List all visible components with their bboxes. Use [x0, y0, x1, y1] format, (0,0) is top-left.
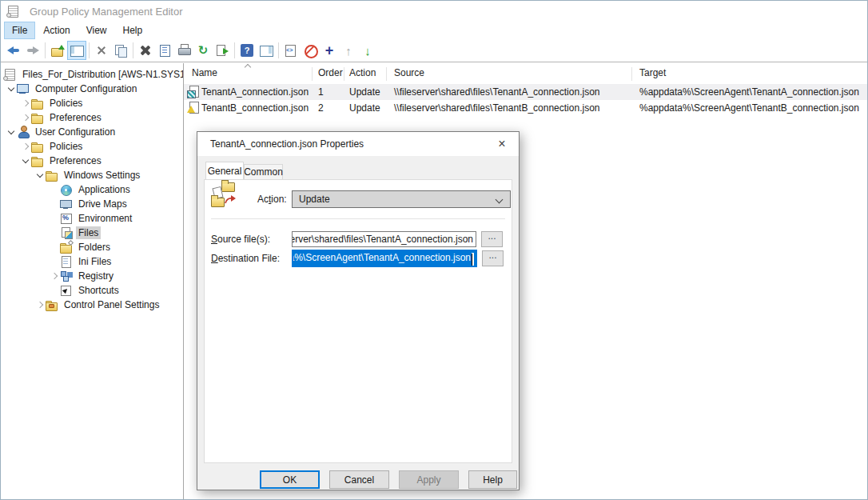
cell-source: \\fileserver\shared\files\TenantB_connec…	[394, 102, 599, 114]
folder-icon	[31, 154, 44, 167]
destination-browse-button[interactable]: ...	[482, 250, 504, 266]
tree-item-shortcuts[interactable]: Shortcuts	[1, 283, 183, 298]
tab-general[interactable]: General	[205, 162, 244, 179]
file-icon	[187, 86, 199, 98]
tree-item-user-configuration[interactable]: User Configuration	[1, 125, 183, 139]
tree-item-computer-configuration[interactable]: Computer Configuration	[1, 82, 183, 96]
destination-file-input[interactable]: ta%\ScreenAgent\TenantA_connection.json	[292, 250, 477, 267]
dialog-title-bar: TenantA_connection.json Properties	[197, 132, 519, 156]
console-tree-icon	[70, 44, 83, 57]
window-title: Group Policy Management Editor	[30, 6, 182, 18]
menu-help[interactable]: Help	[115, 22, 151, 39]
export-list-icon	[216, 44, 229, 57]
cell-order: 2	[318, 102, 324, 114]
block-button[interactable]	[301, 41, 320, 60]
file-icon	[187, 102, 199, 114]
refresh-button[interactable]	[193, 41, 213, 60]
cell-order: 1	[318, 86, 324, 98]
cut-button[interactable]	[92, 41, 111, 60]
forward-button[interactable]	[23, 41, 42, 60]
move-down-button[interactable]	[358, 41, 377, 60]
tree-item-ini-files[interactable]: Ini Files	[1, 254, 183, 269]
folders-icon	[60, 241, 73, 254]
tree-item-files[interactable]: Files	[1, 226, 183, 240]
add-button[interactable]	[320, 41, 339, 60]
column-header-target[interactable]: Target	[639, 67, 666, 78]
table-row-tenant-b[interactable]: TenantB_connection.json 2 Update \\files…	[184, 100, 867, 116]
tree-item-drive-maps[interactable]: Drive Maps	[1, 197, 183, 211]
up-one-level-button[interactable]	[48, 41, 67, 60]
export-list-button[interactable]	[213, 41, 232, 60]
cell-name: TenantA_connection.json	[201, 86, 309, 98]
table-row-tenant-a[interactable]: TenantA_connection.json 1 Update \\files…	[184, 84, 867, 100]
files-icon	[60, 226, 73, 239]
registry-icon	[60, 270, 73, 282]
menu-view[interactable]: View	[78, 22, 115, 39]
dialog-close-button[interactable]: ×	[485, 132, 519, 155]
chevron-expanded-icon[interactable]	[20, 154, 31, 168]
tree-item-windows-settings[interactable]: Windows Settings	[1, 168, 183, 182]
chevron-expanded-icon[interactable]	[6, 82, 17, 96]
chevron-collapsed-icon[interactable]	[49, 269, 60, 283]
move-down-icon	[361, 44, 374, 57]
column-header-name[interactable]: Name	[192, 67, 217, 78]
show-action-pane-button[interactable]	[257, 41, 276, 60]
chevron-collapsed-icon[interactable]	[20, 139, 31, 154]
menu-bar: File Action View Help	[1, 22, 867, 39]
column-divider[interactable]	[386, 67, 387, 81]
tree-item-computer-preferences[interactable]: Preferences	[1, 110, 183, 125]
source-browse-button[interactable]: ...	[481, 231, 503, 247]
delete-button[interactable]	[136, 41, 155, 60]
tree-item-user-policies[interactable]: Policies	[1, 139, 183, 154]
help-dialog-button[interactable]: Help	[468, 470, 517, 489]
move-up-button[interactable]	[339, 41, 358, 60]
cancel-button[interactable]: Cancel	[329, 470, 389, 489]
column-divider[interactable]	[631, 67, 632, 81]
help-button[interactable]	[237, 41, 257, 60]
chevron-collapsed-icon[interactable]	[20, 110, 31, 125]
chevron-collapsed-icon[interactable]	[34, 298, 46, 312]
tree-item-control-panel-settings[interactable]: Control Panel Settings	[1, 298, 183, 312]
user-icon	[17, 126, 30, 138]
tab-common[interactable]: Common	[244, 164, 283, 179]
menu-file[interactable]: File	[4, 22, 35, 39]
cell-source: \\fileserver\shared\files\TenantA_connec…	[394, 86, 599, 98]
properties-button[interactable]	[155, 41, 174, 60]
apply-button[interactable]: Apply	[399, 470, 459, 489]
copy-icon	[114, 44, 127, 57]
tree-item-applications[interactable]: Applications	[1, 182, 183, 197]
action-dropdown[interactable]: Update	[292, 190, 511, 208]
tree-item-registry[interactable]: Registry	[1, 269, 183, 283]
tree-item-user-preferences[interactable]: Preferences	[1, 154, 183, 168]
back-button[interactable]	[4, 41, 23, 60]
tree-item-computer-policies[interactable]: Policies	[1, 96, 183, 110]
tree-item-gpo-root[interactable]: Files_For_Distribution [AWS-N1.SYS12	[1, 67, 183, 82]
column-header-order[interactable]: Order	[318, 67, 343, 78]
title-bar: Group Policy Management Editor	[1, 1, 867, 22]
column-header-action[interactable]: Action	[349, 67, 376, 78]
column-header-source[interactable]: Source	[394, 67, 424, 78]
print-button[interactable]	[174, 41, 193, 60]
chevron-spacer	[49, 283, 60, 298]
delete-icon	[139, 44, 152, 57]
chevron-expanded-icon[interactable]	[6, 125, 17, 139]
copy-button[interactable]	[111, 41, 130, 60]
forward-icon	[26, 44, 39, 57]
source-files-input[interactable]: server\shared\files\TenantA_connection.j…	[292, 231, 476, 247]
column-divider[interactable]	[344, 67, 344, 81]
ok-button[interactable]: OK	[260, 470, 320, 489]
properties-dialog: TenantA_connection.json Properties × Gen…	[197, 131, 520, 490]
source-files-label: Source file(s):	[211, 231, 270, 247]
chevron-collapsed-icon[interactable]	[20, 96, 31, 110]
html-report-button[interactable]	[281, 41, 301, 60]
tree-item-environment[interactable]: Environment	[1, 211, 183, 226]
chevron-expanded-icon[interactable]	[34, 168, 46, 182]
column-divider[interactable]	[312, 67, 313, 81]
show-console-tree-button[interactable]	[67, 41, 86, 60]
folder-icon	[31, 111, 44, 124]
toolbar-separator	[45, 42, 46, 58]
menu-action[interactable]: Action	[35, 22, 78, 39]
files-preference-icon	[211, 182, 240, 210]
tree-item-folders[interactable]: Folders	[1, 240, 183, 254]
chevron-spacer	[49, 226, 60, 240]
